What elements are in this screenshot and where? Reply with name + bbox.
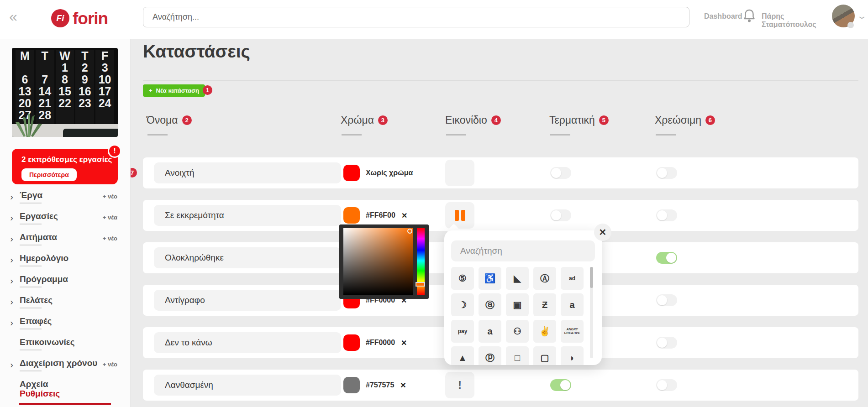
sidebar-item-ergasies[interactable]: › Εργασίες + νέα — [0, 211, 130, 232]
saturation-cursor[interactable] — [407, 229, 412, 234]
color-swatch[interactable] — [343, 377, 360, 393]
icon-airbnb[interactable]: ⓐ — [479, 293, 501, 316]
sidebar-item-label: Επικοινωνίες — [20, 337, 75, 350]
icon-accessible-icon[interactable]: ♿ — [479, 267, 501, 290]
color-swatch[interactable] — [343, 334, 360, 351]
icon-500px[interactable]: ⑤ — [451, 267, 474, 290]
icon-search-input[interactable] — [451, 240, 595, 261]
icon-angellist[interactable]: ✌ — [533, 320, 556, 343]
app-logo[interactable]: Fi forin — [51, 9, 108, 27]
icon-amazon-pay[interactable]: pay — [451, 320, 474, 343]
sidebar-item-epafes[interactable]: › Επαφές — [0, 316, 130, 337]
icon-affiliatetheme[interactable]: ☽ — [451, 293, 474, 316]
icon-picker-button[interactable] — [445, 160, 474, 186]
sidebar-item-new-link[interactable]: + νέα — [103, 214, 117, 221]
status-name-input[interactable] — [154, 247, 341, 268]
icon-adn[interactable]: Ⓐ — [533, 267, 556, 290]
sidebar-item-programma[interactable]: › Πρόγραμμα — [0, 274, 130, 295]
icon-picker-button[interactable]: ! — [445, 372, 474, 398]
title-divider — [143, 80, 858, 81]
billable-toggle[interactable] — [656, 379, 677, 391]
billable-toggle[interactable] — [656, 167, 677, 179]
icon-amilia[interactable]: a — [479, 320, 501, 343]
icon-alipay[interactable]: Ƶ — [533, 293, 556, 316]
clear-color-icon[interactable]: ✕ — [401, 339, 407, 347]
clear-color-icon[interactable]: ✕ — [400, 381, 406, 390]
icon-picker-popup: ⑤ ♿ ◣ Ⓐ ad ☽ ⓐ ▣ Ƶ a pay a ⚇ ✌ ANGRY CRE… — [444, 230, 602, 365]
icon-apple[interactable]: ◗ — [561, 346, 584, 365]
user-name[interactable]: Πάρης Σταματόπουλος — [762, 12, 830, 29]
color-cell: #757575 ✕ — [343, 370, 406, 401]
new-status-label: Νέα κατάσταση — [156, 87, 199, 94]
color-label: #FF6F00 — [366, 211, 395, 219]
column-header-icon: Εικονίδιο 4 — [445, 114, 501, 126]
color-label: #757575 — [366, 381, 394, 389]
sidebar-item-diaxeirisi-xronou[interactable]: › Διαχείριση χρόνου + νέο — [0, 358, 130, 379]
toggle-knob — [551, 210, 561, 220]
sidebar-item-epikoinonies[interactable]: Επικοινωνίες — [0, 337, 130, 358]
sidebar-item-imerologio[interactable]: › Ημερολόγιο — [0, 253, 130, 274]
dashboard-link[interactable]: Dashboard — [704, 12, 742, 21]
user-menu-chevron-down-icon[interactable]: ⌄ — [856, 11, 867, 21]
icon-android[interactable]: ⚇ — [506, 320, 529, 343]
hue-slider-handle[interactable] — [416, 282, 425, 287]
exclamation-icon: ! — [458, 379, 462, 391]
icon-grid-scrollbar[interactable] — [590, 267, 593, 358]
sidebar-item-new-link[interactable]: + νέο — [103, 193, 117, 200]
app-page: « Fi forin Dashboard Πάρης Σταματόπουλος… — [0, 0, 868, 407]
chevron-right-icon: › — [10, 275, 13, 286]
icon-app-store-ios[interactable]: ▢ — [533, 346, 556, 365]
icon-angrycreative[interactable]: ANGRY CREATIVE — [561, 320, 584, 343]
sidebar-item-settings[interactable]: Ρυθμίσεις — [0, 389, 130, 407]
status-name-input[interactable] — [154, 162, 341, 183]
close-popup-icon[interactable]: ✕ — [594, 224, 611, 241]
color-picker-popup — [339, 224, 429, 299]
sidebar-item-aitimata[interactable]: › Αιτήματα + νέο — [0, 232, 130, 253]
sidebar-item-label: Έργα — [20, 190, 42, 204]
icon-picker-button[interactable] — [445, 202, 474, 229]
terminal-toggle[interactable] — [550, 167, 571, 179]
sidebar-item-new-link[interactable]: + νέο — [103, 361, 117, 368]
column-label: Όνομα — [147, 114, 178, 126]
sidebar-item-erga[interactable]: › Έργα + νέο — [0, 190, 130, 211]
notifications-bell-icon[interactable] — [743, 9, 755, 23]
sidebar-item-new-link[interactable]: + νέο — [103, 235, 117, 242]
icon-angular[interactable]: ▲ — [451, 346, 474, 365]
chevron-right-icon: › — [10, 359, 13, 370]
sidebar-item-pelates[interactable]: › Πελάτες — [0, 295, 130, 316]
billable-toggle[interactable] — [656, 294, 677, 306]
status-name-input[interactable] — [154, 332, 341, 353]
chevron-right-icon: › — [10, 296, 13, 307]
sidebar-nav: › Έργα + νέο › Εργασίες + νέα › Αιτήματα… — [0, 190, 130, 400]
icon-accusoft[interactable]: ◣ — [506, 267, 529, 290]
status-name-input[interactable] — [154, 205, 341, 226]
sidebar-item-label: Αιτήματα — [20, 232, 57, 245]
color-swatch[interactable] — [343, 207, 360, 224]
toggle-knob — [657, 168, 667, 178]
terminal-toggle[interactable] — [550, 379, 571, 391]
icon-apper[interactable]: ⓟ — [479, 346, 501, 365]
plus-icon: + — [149, 87, 153, 94]
icon-amazon[interactable]: a — [561, 293, 584, 316]
sidebar-collapse-icon[interactable]: « — [9, 8, 17, 25]
new-status-button[interactable]: + Νέα κατάσταση — [143, 84, 205, 97]
billable-toggle[interactable] — [656, 337, 677, 349]
status-name-input[interactable] — [154, 375, 341, 396]
column-header-billable: Χρεώσιμη 6 — [655, 114, 715, 126]
color-swatch[interactable] — [343, 165, 360, 181]
billable-toggle[interactable] — [656, 209, 677, 221]
alert-more-button[interactable]: Περισσότερα — [21, 168, 77, 181]
scrollbar-thumb[interactable] — [590, 267, 593, 288]
global-search-input[interactable] — [143, 7, 689, 27]
clear-color-icon[interactable]: ✕ — [401, 211, 407, 220]
hue-slider[interactable] — [417, 228, 425, 295]
alert-exclamation-badge: ! — [108, 144, 121, 158]
status-name-input[interactable] — [154, 290, 341, 311]
icon-app-store[interactable]: □ — [506, 346, 529, 365]
icon-algolia[interactable]: ▣ — [506, 293, 529, 316]
saturation-gradient[interactable] — [343, 228, 413, 295]
billable-toggle[interactable] — [656, 252, 677, 264]
icon-adversal[interactable]: ad — [561, 267, 584, 290]
calendar-column: F 3 10 17 24 — [95, 50, 114, 127]
terminal-toggle[interactable] — [550, 209, 571, 221]
